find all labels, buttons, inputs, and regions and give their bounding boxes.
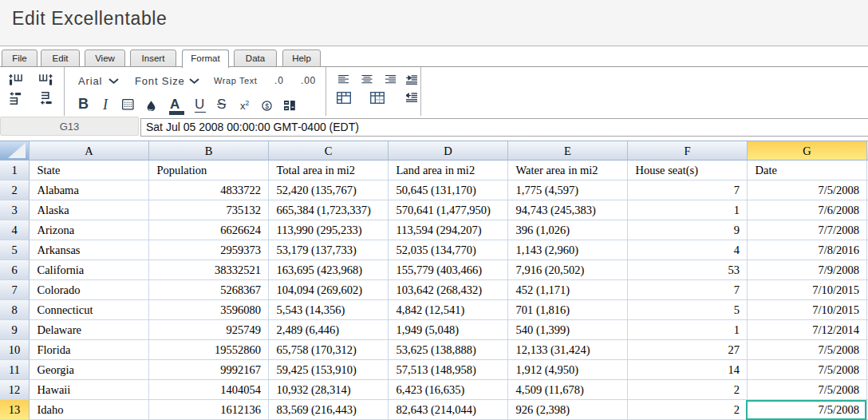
svg-text:$: $ [265, 102, 269, 110]
